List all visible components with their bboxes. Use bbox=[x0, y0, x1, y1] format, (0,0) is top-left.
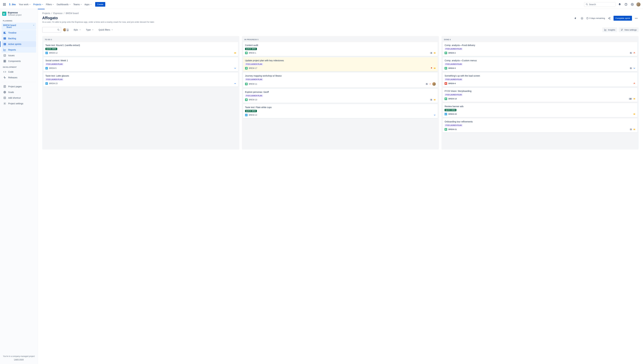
more-icon[interactable] bbox=[634, 16, 638, 21]
issue-type-task-icon bbox=[46, 67, 48, 70]
nav-your-work[interactable]: Your work bbox=[18, 2, 32, 6]
svg-point-35 bbox=[445, 83, 446, 84]
issue-key: BREW-2 bbox=[448, 52, 456, 54]
sidebar-item-active-sprints[interactable]: Active sprints bbox=[2, 41, 36, 47]
priority-low-icon bbox=[633, 67, 636, 69]
jira-logo[interactable]: Jira bbox=[8, 3, 16, 6]
estimate-badge: 5 bbox=[630, 67, 632, 69]
notifications-icon[interactable] bbox=[618, 2, 622, 6]
nav-dashboards[interactable]: Dashboards bbox=[55, 2, 72, 6]
sidebar-item-goals[interactable]: Goals bbox=[2, 89, 36, 95]
breadcrumb-1[interactable]: Espresso bbox=[53, 12, 62, 14]
card-title: Explore personas: Geoff bbox=[245, 91, 436, 93]
column-header: IN PROGRESS 5 bbox=[243, 38, 438, 42]
card-title: Update project plan with key milestones bbox=[245, 59, 436, 62]
sidebar-item-add-shortcut[interactable]: Add shortcut bbox=[2, 95, 36, 101]
issue-card[interactable]: FY23 Vision: Storyboarding FY23 LAUNCH P… bbox=[443, 88, 637, 102]
insights-button[interactable]: Insights bbox=[602, 28, 617, 32]
sidebar-item-reports[interactable]: Reports bbox=[2, 47, 36, 53]
nav-teams[interactable]: Teams bbox=[72, 2, 83, 6]
label-fy: FY23 LAUNCH PLAN bbox=[245, 78, 263, 81]
issue-key: BREW-10 bbox=[249, 99, 257, 101]
global-search[interactable]: Search bbox=[584, 2, 616, 6]
column-to-do: TO DO 3 Taste test: Round 1 (vanilla ext… bbox=[42, 36, 240, 150]
view-settings-button[interactable]: View settings bbox=[619, 28, 638, 32]
svg-rect-10 bbox=[4, 43, 4, 45]
label-quick: QUICK WINS bbox=[444, 109, 456, 111]
settings-icon[interactable] bbox=[630, 2, 634, 6]
issue-card[interactable]: Something's up with the load screen FY23… bbox=[443, 73, 637, 87]
filter-epic[interactable]: Epic bbox=[73, 28, 82, 32]
svg-rect-6 bbox=[4, 34, 6, 34]
app-switcher-icon[interactable] bbox=[2, 2, 6, 6]
chevron-down-icon bbox=[33, 24, 34, 26]
estimate-badge: 5 bbox=[630, 52, 632, 54]
filter-quick-filters[interactable]: Quick filters bbox=[98, 28, 114, 32]
board-selector[interactable]: BREW board Board bbox=[2, 23, 36, 30]
sidebar-item-timeline[interactable]: Timeline bbox=[2, 30, 36, 36]
project-icon: ◧ bbox=[2, 12, 6, 16]
label-fy: FY23 LAUNCH PLAN bbox=[444, 48, 462, 50]
issue-card[interactable]: Social content: Week 1 FY23 LAUNCH PLAN … bbox=[44, 57, 238, 72]
share-icon[interactable] bbox=[607, 16, 612, 21]
issue-type-story-icon bbox=[444, 67, 447, 70]
issue-card[interactable]: Comp. analysis—Custom menus FY23 LAUNCH … bbox=[443, 57, 637, 72]
create-button[interactable]: Create bbox=[95, 2, 105, 6]
column-header: TO DO 3 bbox=[44, 38, 238, 42]
issue-key: BREW-14 bbox=[448, 98, 457, 100]
issue-key: BREW-21 bbox=[448, 128, 457, 130]
sidebar-item-backlog[interactable]: Backlog bbox=[2, 36, 36, 41]
code-icon bbox=[3, 70, 6, 74]
issue-card[interactable]: Content audit QUICK WINS BREW-1 4 bbox=[243, 42, 438, 56]
estimate-badge: 5 bbox=[430, 99, 432, 101]
sidebar-item-project-settings[interactable]: Project settings bbox=[2, 101, 36, 106]
svg-point-27 bbox=[610, 18, 610, 19]
issue-type-bug-icon bbox=[444, 82, 447, 85]
priority-medium-icon bbox=[434, 52, 436, 54]
label-fy: FY23 LAUNCH PLAN bbox=[46, 78, 63, 81]
filter-type[interactable]: Type bbox=[85, 28, 94, 32]
nav-filters[interactable]: Filters bbox=[44, 2, 55, 6]
project-type: Software project bbox=[8, 14, 22, 16]
issue-card[interactable]: Review banner ads QUICK WINS BREW-20 bbox=[443, 103, 637, 117]
star-icon[interactable] bbox=[580, 16, 584, 21]
sidebar-item-project-pages[interactable]: Project pages bbox=[2, 84, 36, 89]
card-title: Something's up with the load screen bbox=[444, 74, 636, 77]
complete-sprint-button[interactable]: Complete sprint bbox=[614, 16, 632, 21]
profile-avatar[interactable] bbox=[636, 2, 640, 6]
issue-card[interactable]: Taste test: Round 1 (vanilla extract) QU… bbox=[44, 42, 238, 56]
issue-type-story-icon bbox=[245, 83, 248, 85]
breadcrumb-0[interactable]: Projects bbox=[42, 12, 50, 14]
breadcrumb-2[interactable]: BREW board bbox=[66, 12, 79, 14]
issue-card[interactable]: Journey mapping workshop w/ Beanz FY23 L… bbox=[243, 73, 438, 88]
sidebar-item-components[interactable]: Components bbox=[2, 58, 36, 64]
sidebar-item-releases[interactable]: Releases bbox=[2, 75, 36, 80]
card-title: Review banner ads bbox=[444, 105, 636, 108]
nav-projects[interactable]: Projects bbox=[32, 2, 45, 6]
learn-more-link[interactable]: Learn more bbox=[2, 358, 36, 360]
board-sub: Board bbox=[2, 26, 36, 30]
card-title: Onboarding tour refinements bbox=[444, 120, 636, 123]
board-search[interactable] bbox=[42, 27, 61, 32]
sidebar-item-issues[interactable]: Issues bbox=[2, 53, 36, 58]
card-title: FY23 Vision: Storyboarding bbox=[444, 90, 636, 92]
issue-card[interactable]: Onboarding tour refinements FY23 LAUNCH … bbox=[443, 118, 637, 132]
help-icon[interactable] bbox=[624, 2, 628, 6]
project-pages-icon bbox=[3, 85, 6, 88]
sidebar-item-code[interactable]: Code bbox=[2, 69, 36, 75]
issue-key: BREW-1 bbox=[249, 52, 256, 54]
product-name: Jira bbox=[12, 3, 16, 6]
assignee-filter[interactable] bbox=[64, 28, 69, 32]
issue-type-story-icon bbox=[444, 128, 447, 131]
estimate-badge: 5 bbox=[425, 83, 428, 85]
issue-card[interactable]: Taste test: Flate white cups QUICK WINS … bbox=[243, 104, 438, 118]
project-header[interactable]: ◧ Espresso Software project bbox=[2, 11, 36, 18]
issue-card[interactable]: Update project plan with key milestones … bbox=[243, 57, 438, 72]
issue-type-task-icon bbox=[245, 114, 248, 116]
issue-card[interactable]: Explore personas: Geoff FY23 LAUNCH PLAN… bbox=[243, 89, 438, 103]
issue-card[interactable]: Taste test: Latte glasses FY23 LAUNCH PL… bbox=[44, 73, 238, 87]
automation-icon[interactable] bbox=[573, 16, 578, 21]
issue-card[interactable]: Comp. analysis—Food delivery FY23 LAUNCH… bbox=[443, 42, 637, 56]
avatar-unassigned[interactable] bbox=[66, 28, 69, 32]
nav-apps[interactable]: Apps bbox=[83, 2, 93, 6]
